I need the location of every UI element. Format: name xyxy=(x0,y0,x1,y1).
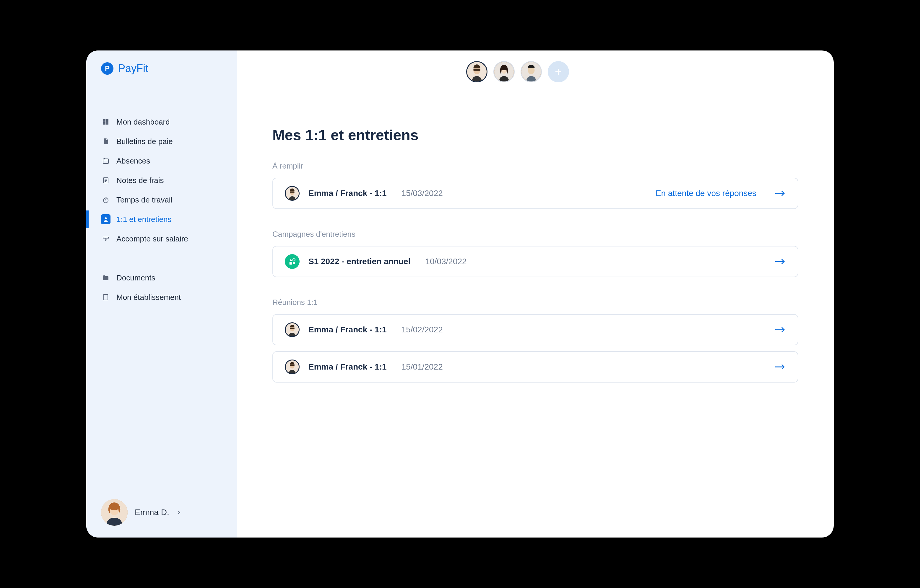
meeting-card-to-fill[interactable]: Emma / Franck - 1:1 15/03/2022 En attent… xyxy=(272,178,798,209)
app-window: P PayFit Mon dashboard Bulletins de paie xyxy=(86,50,834,538)
withdraw-icon xyxy=(101,234,110,244)
sidebar-item-company[interactable]: Mon établissement xyxy=(86,288,237,306)
svg-rect-37 xyxy=(290,191,294,192)
person-avatar-2[interactable] xyxy=(493,61,515,82)
building-icon xyxy=(101,292,110,302)
svg-rect-41 xyxy=(290,262,292,265)
sidebar-item-dashboard[interactable]: Mon dashboard xyxy=(86,113,237,131)
dashboard-icon xyxy=(101,117,110,127)
svg-rect-16 xyxy=(103,237,109,238)
page-title: Mes 1:1 et entretiens xyxy=(272,127,798,144)
sidebar-item-label: Bulletins de paie xyxy=(117,137,173,146)
meeting-date: 15/02/2022 xyxy=(402,325,443,334)
person-avatar-1[interactable] xyxy=(466,61,488,82)
sidebar-item-label: Temps de travail xyxy=(117,195,172,205)
sidebar-item-absences[interactable]: Absences xyxy=(86,152,237,170)
sidebar-item-label: Mon établissement xyxy=(117,293,181,302)
meeting-title: Emma / Franck - 1:1 xyxy=(308,325,387,334)
meeting-date: 15/01/2022 xyxy=(402,362,443,372)
sidebar-user[interactable]: Emma D. xyxy=(86,499,237,526)
svg-rect-3 xyxy=(103,122,105,124)
people-switcher xyxy=(237,61,798,82)
sidebar-item-payslips[interactable]: Bulletins de paie xyxy=(86,132,237,150)
sidebar-item-label: 1:1 et entretiens xyxy=(117,215,172,224)
meeting-title: Emma / Franck - 1:1 xyxy=(308,362,387,372)
meeting-title: Emma / Franck - 1:1 xyxy=(308,189,387,198)
calendar-icon xyxy=(101,156,110,166)
brand-name: PayFit xyxy=(118,62,148,75)
svg-rect-28 xyxy=(473,69,480,71)
sidebar-item-one-on-ones[interactable]: 1:1 et entretiens xyxy=(86,210,237,228)
campaign-title: S1 2022 - entretien annuel xyxy=(308,257,410,266)
person-icon xyxy=(101,215,110,224)
svg-rect-45 xyxy=(290,328,294,329)
arrow-right-icon xyxy=(774,363,786,371)
meeting-avatar xyxy=(285,322,300,337)
chevron-right-icon xyxy=(177,510,182,515)
arrow-right-icon xyxy=(774,326,786,334)
sidebar-item-worktime[interactable]: Temps de travail xyxy=(86,191,237,209)
sidebar-item-label: Documents xyxy=(117,273,155,283)
meeting-card-past-2[interactable]: Emma / Franck - 1:1 15/01/2022 xyxy=(272,351,798,383)
sidebar-item-label: Accompte sur salaire xyxy=(117,234,188,244)
person-avatar-3[interactable] xyxy=(521,61,542,82)
meeting-avatar xyxy=(285,360,300,374)
user-name: Emma D. xyxy=(135,508,169,517)
campaign-date: 10/03/2022 xyxy=(425,257,466,266)
file-icon xyxy=(101,137,110,146)
brand-mark: P xyxy=(101,62,113,75)
sidebar-item-label: Mon dashboard xyxy=(117,118,170,127)
list-icon xyxy=(101,176,110,185)
meeting-card-past-1[interactable]: Emma / Franck - 1:1 15/02/2022 xyxy=(272,314,798,346)
stopwatch-icon xyxy=(101,195,110,205)
arrow-right-icon xyxy=(774,257,786,266)
meeting-avatar xyxy=(285,186,300,201)
arrow-right-icon xyxy=(774,189,786,197)
campaign-card[interactable]: S1 2022 - entretien annuel 10/03/2022 xyxy=(272,246,798,277)
sidebar-item-label: Notes de frais xyxy=(117,176,164,185)
campaign-icon xyxy=(285,254,300,269)
nav-divider xyxy=(86,249,237,267)
sidebar-item-expenses[interactable]: Notes de frais xyxy=(86,171,237,189)
user-avatar xyxy=(101,499,128,526)
svg-marker-39 xyxy=(290,259,292,261)
add-person-button[interactable] xyxy=(548,61,569,82)
svg-rect-17 xyxy=(104,295,108,300)
section-label-meetings: Réunions 1:1 xyxy=(272,298,798,307)
section-label-campaigns: Campagnes d'entretiens xyxy=(272,229,798,239)
svg-rect-4 xyxy=(103,159,109,163)
sidebar-item-documents[interactable]: Documents xyxy=(86,269,237,287)
sidebar-item-advance[interactable]: Accompte sur salaire xyxy=(86,230,237,248)
svg-rect-0 xyxy=(103,119,105,122)
sidebar: P PayFit Mon dashboard Bulletins de paie xyxy=(86,50,237,538)
svg-point-40 xyxy=(293,258,295,261)
svg-point-15 xyxy=(105,217,107,219)
brand-logo[interactable]: P PayFit xyxy=(86,62,237,75)
svg-rect-2 xyxy=(106,121,109,124)
sidebar-item-label: Absences xyxy=(117,157,150,166)
svg-rect-1 xyxy=(106,119,109,121)
folder-icon xyxy=(101,273,110,283)
svg-rect-49 xyxy=(290,365,294,366)
main-content: Mes 1:1 et entretiens À remplir Emma / F… xyxy=(237,50,834,538)
section-label-to-fill: À remplir xyxy=(272,162,798,171)
primary-nav: Mon dashboard Bulletins de paie Absences… xyxy=(86,113,237,306)
meeting-date: 15/03/2022 xyxy=(402,189,443,198)
meeting-status: En attente de vos réponses xyxy=(656,189,756,198)
